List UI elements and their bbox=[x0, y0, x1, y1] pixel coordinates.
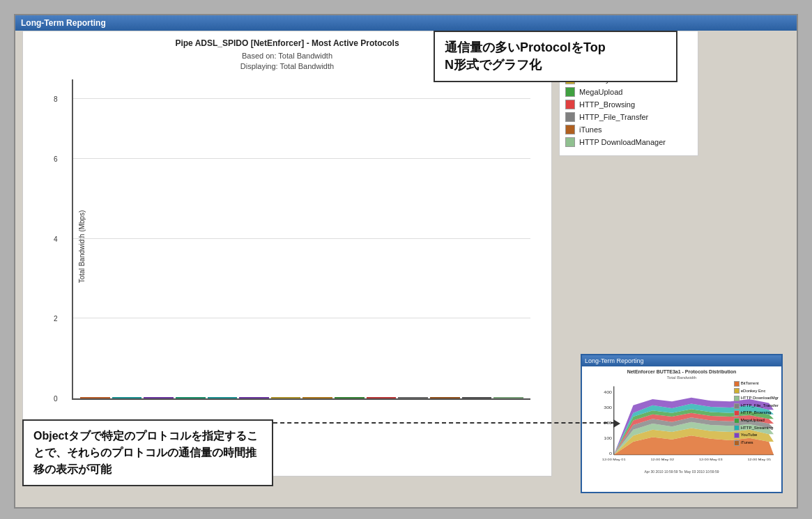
annotation-top-line2: N形式でグラフ化 bbox=[445, 58, 542, 72]
thumbnail-legend-item: eDonkey Enc bbox=[734, 388, 779, 395]
svg-text:300: 300 bbox=[604, 405, 612, 410]
thumbnail-legend-label: iTunes bbox=[741, 440, 753, 447]
bar-rect bbox=[398, 397, 428, 398]
legend-color-swatch bbox=[565, 112, 575, 122]
svg-text:400: 400 bbox=[604, 390, 612, 394]
thumbnail-legend-item: iTunes bbox=[734, 440, 779, 447]
thumbnail-legend-item: MegaUpload bbox=[734, 417, 779, 424]
thumbnail-legend-color bbox=[734, 381, 740, 387]
bar-rect bbox=[80, 397, 110, 398]
bar-item bbox=[239, 397, 269, 398]
thumbnail-legend: BitTorrenteDonkey EncHTTP DownloadMgrHTT… bbox=[734, 380, 779, 447]
chart-wrapper: Total Bandwidth (Mbps) 0 2 4 6 8 bbox=[44, 79, 530, 414]
bar-item bbox=[493, 397, 523, 398]
thumbnail-chart-subtitle: Total Bandwidth bbox=[585, 375, 779, 380]
thumbnail-legend-color bbox=[734, 396, 740, 401]
bar-rect bbox=[144, 397, 174, 398]
legend-color-swatch bbox=[565, 137, 575, 147]
bar-rect bbox=[302, 397, 332, 398]
based-on-label: Based on: Total Bandwidth bbox=[242, 52, 332, 60]
legend-color-swatch bbox=[565, 87, 575, 97]
legend-item: HTTP_Browsing bbox=[565, 100, 692, 109]
thumbnail-header: Long-Term Reporting bbox=[582, 355, 781, 366]
thumbnail-legend-item: HTTP_File_Transfer bbox=[734, 403, 779, 410]
bar-rect bbox=[335, 397, 365, 398]
ytick-0: 0 bbox=[54, 394, 58, 402]
header-bar: Long-Term Reporting bbox=[15, 15, 797, 31]
bars-container bbox=[80, 99, 523, 398]
svg-text:12:00 May 03: 12:00 May 03 bbox=[699, 458, 723, 461]
arrow-line bbox=[273, 422, 615, 424]
bar-rect bbox=[462, 397, 492, 398]
bar-item bbox=[176, 397, 206, 398]
header-title: Long-Term Reporting bbox=[21, 18, 106, 28]
bar-item bbox=[80, 397, 110, 398]
annotation-bottom-left: Objectタブで特定のプロトコルを指定することで、それらのプロトコルの通信量の… bbox=[22, 419, 273, 486]
thumbnail-chart-title: NetEnforcer BUTTE3a1 - Protocols Distrib… bbox=[585, 369, 779, 374]
legend-label: iTunes bbox=[579, 125, 602, 134]
legend-color-swatch bbox=[565, 125, 575, 134]
report-area: Pipe ADSL_SPIDO [NetEnforcer] - Most Act… bbox=[22, 31, 552, 477]
svg-text:12:00 May 05: 12:00 May 05 bbox=[747, 458, 771, 461]
chart-inner: 0 2 4 6 8 bbox=[72, 79, 530, 400]
thumbnail-legend-item: HTTP DownloadMgr bbox=[734, 395, 779, 402]
thumbnail-legend-label: HTTP_Browsing bbox=[741, 410, 772, 417]
thumbnail-legend-color bbox=[734, 410, 740, 416]
thumbnail-legend-item: HTTP_Browsing bbox=[734, 410, 779, 417]
ytick-2: 2 bbox=[54, 315, 58, 323]
legend-label: MegaUpload bbox=[579, 88, 622, 96]
thumbnail-timestamp: Apr 30 2010 10:59:59 To: May 03 2010 10:… bbox=[585, 470, 779, 474]
legend-label: HTTP_Browsing bbox=[579, 100, 635, 109]
annotation-top-line1: 通信量の多いProtocolをTop bbox=[445, 40, 606, 54]
thumbnail-legend-label: YouTube bbox=[741, 432, 758, 439]
bar-item bbox=[398, 397, 428, 398]
ytick-4: 4 bbox=[54, 235, 58, 242]
thumbnail-legend-color bbox=[734, 418, 740, 424]
legend-item: iTunes bbox=[565, 125, 692, 134]
bar-item bbox=[112, 397, 142, 398]
svg-text:0: 0 bbox=[609, 451, 612, 455]
bar-item bbox=[335, 397, 365, 398]
svg-text:100: 100 bbox=[604, 436, 612, 440]
annotation-top-right: 通信量の多いProtocolをTop N形式でグラフ化 bbox=[434, 31, 677, 82]
main-window: Long-Term Reporting Pipe ADSL_SPIDO [Net… bbox=[14, 14, 798, 509]
bar-item bbox=[208, 397, 238, 398]
bar-item bbox=[302, 397, 332, 398]
legend-item: HTTP DownloadManager bbox=[565, 137, 692, 147]
legend-color-swatch bbox=[565, 100, 575, 109]
thumbnail-legend-label: HTTP_Streaming bbox=[741, 425, 773, 432]
thumbnail-legend-label: BitTorrent bbox=[741, 380, 759, 387]
thumbnail-area: Long-Term Reporting NetEnforcer BUTTE3a1… bbox=[581, 354, 783, 493]
thumbnail-legend-label: HTTP_File_Transfer bbox=[741, 403, 779, 410]
bar-item bbox=[144, 397, 174, 398]
legend-item: MegaUpload bbox=[565, 87, 692, 97]
thumbnail-legend-label: HTTP DownloadMgr bbox=[741, 395, 779, 402]
thumbnail-legend-color bbox=[734, 440, 740, 446]
bar-rect bbox=[493, 397, 523, 398]
legend-label: HTTP DownloadManager bbox=[579, 138, 666, 146]
svg-text:12:00 May 02: 12:00 May 02 bbox=[650, 458, 674, 461]
ytick-8: 8 bbox=[54, 95, 58, 103]
bar-rect bbox=[112, 397, 142, 398]
ytick-6: 6 bbox=[54, 155, 58, 163]
bar-item bbox=[367, 397, 397, 398]
thumbnail-legend-item: HTTP_Streaming bbox=[734, 425, 779, 432]
bar-rect bbox=[430, 397, 460, 398]
bar-rect bbox=[271, 397, 301, 398]
thumbnail-legend-label: eDonkey Enc bbox=[741, 388, 766, 395]
annotation-bottom-text: Objectタブで特定のプロトコルを指定することで、それらのプロトコルの通信量の… bbox=[33, 430, 258, 475]
thumbnail-legend-item: BitTorrent bbox=[734, 380, 779, 387]
bar-rect bbox=[208, 397, 238, 398]
bar-rect bbox=[239, 397, 269, 398]
thumbnail-legend-color bbox=[734, 433, 740, 438]
thumbnail-legend-label: MegaUpload bbox=[741, 417, 765, 424]
bar-item bbox=[271, 397, 301, 398]
bar-item bbox=[430, 397, 460, 398]
bar-item bbox=[462, 397, 492, 398]
legend-item: HTTP_File_Transfer bbox=[565, 112, 692, 122]
thumbnail-legend-color bbox=[734, 425, 740, 431]
legend-label: HTTP_File_Transfer bbox=[579, 113, 648, 121]
thumbnail-legend-color bbox=[734, 388, 740, 394]
thumbnail-header-text: Long-Term Reporting bbox=[585, 357, 644, 364]
svg-text:12:00 May 01: 12:00 May 01 bbox=[602, 458, 626, 461]
